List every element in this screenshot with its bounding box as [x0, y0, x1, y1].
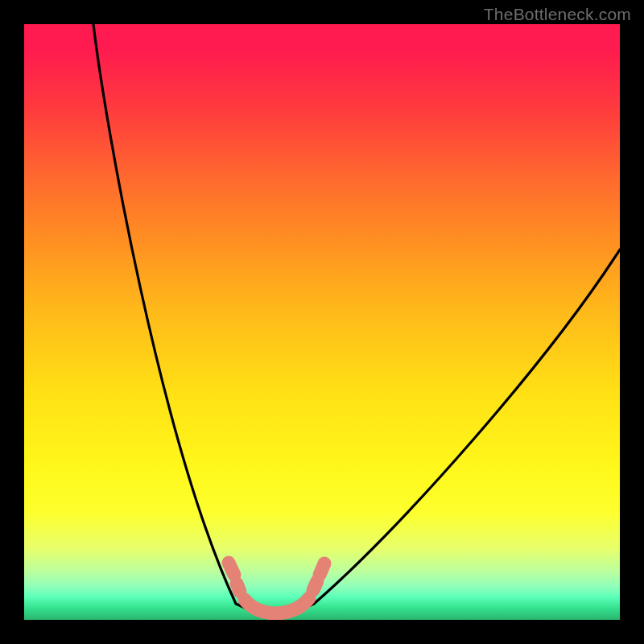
- chart-frame: TheBottleneck.com: [0, 0, 644, 644]
- plot-area: [24, 24, 620, 620]
- curve-overlay: [24, 24, 620, 620]
- salmon-dots: [229, 563, 324, 613]
- watermark-text: TheBottleneck.com: [484, 5, 631, 24]
- v-curve: [93, 24, 620, 614]
